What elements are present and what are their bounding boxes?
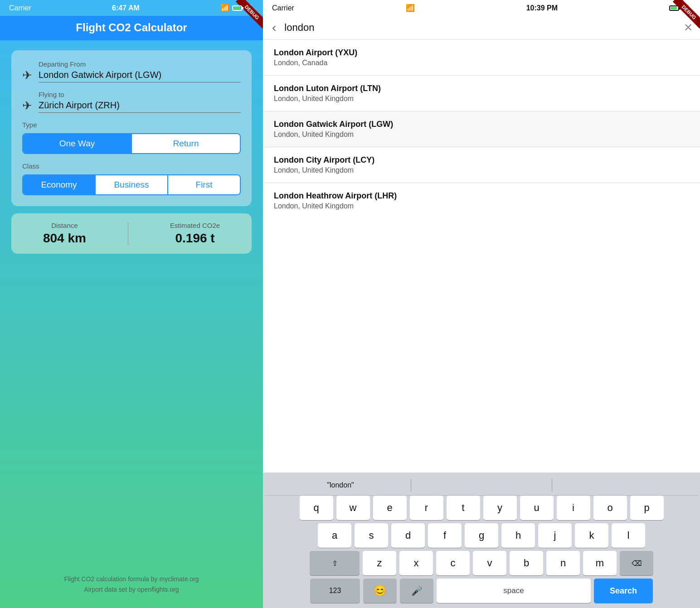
departing-inner: Departing From London Gatwick Airport (L… (39, 60, 241, 82)
key-l[interactable]: l (612, 523, 645, 548)
list-item[interactable]: London Airport (YXU) London, Canada (263, 40, 700, 76)
status-bar-right: Carrier 📶 10:39 PM ⚡ (263, 0, 700, 16)
class-toggle-group: Economy Business First (22, 174, 241, 195)
battery-icon-left (232, 5, 242, 11)
departing-field[interactable]: ✈ Departing From London Gatwick Airport … (22, 60, 241, 82)
co2-label: Estimated CO2e (170, 222, 220, 229)
key-shift[interactable]: ⇧ (310, 551, 360, 575)
key-v[interactable]: v (473, 551, 506, 575)
key-t[interactable]: t (447, 496, 480, 520)
status-icons-left: 📶 ⚡ (220, 4, 254, 12)
autocomplete-item-2[interactable] (411, 483, 552, 487)
type-one-way-button[interactable]: One Way (23, 134, 132, 153)
airport-location: London, United Kingdom (274, 166, 689, 174)
footer-line1: Flight CO2 calculation formula by myclim… (64, 574, 199, 584)
key-p[interactable]: p (630, 496, 664, 520)
flying-to-value[interactable]: Zürich Airport (ZRH) (39, 100, 241, 113)
key-f[interactable]: f (428, 523, 462, 548)
keyboard-row-1: q w e r t y u i o p (265, 496, 698, 520)
key-i[interactable]: i (557, 496, 590, 520)
list-item[interactable]: London Heathrow Airport (LHR) London, Un… (263, 183, 700, 218)
autocomplete-item-1[interactable]: "london" (270, 479, 411, 491)
airport-location: London, United Kingdom (274, 202, 689, 210)
autocomplete-item-3[interactable] (552, 483, 693, 487)
key-h[interactable]: h (501, 523, 535, 548)
time-right: 10:39 PM (526, 4, 558, 12)
list-item[interactable]: London City Airport (LCY) London, United… (263, 147, 700, 183)
keyboard-row-2: a s d f g h j k l (265, 523, 698, 548)
key-r[interactable]: r (410, 496, 443, 520)
key-m[interactable]: m (583, 551, 617, 575)
class-business-button[interactable]: Business (96, 175, 168, 194)
type-return-button[interactable]: Return (132, 134, 240, 153)
key-delete[interactable]: ⌫ (620, 551, 653, 575)
bolt-right: ⚡ (682, 4, 691, 12)
flying-to-label: Flying to (39, 91, 241, 98)
type-toggle-group: One Way Return (22, 133, 241, 154)
key-a[interactable]: a (318, 523, 351, 548)
airport-location: London, Canada (274, 59, 689, 67)
key-z[interactable]: z (363, 551, 396, 575)
back-button[interactable]: ‹ (270, 20, 278, 35)
keyboard-row-3: ⇧ z x c v b n m ⌫ (265, 551, 698, 575)
time-left: 6:47 AM (112, 4, 140, 12)
left-panel: Carrier 6:47 AM 📶 ⚡ Flight CO2 Calculato… (0, 0, 263, 608)
key-x[interactable]: x (399, 551, 433, 575)
airport-location: London, United Kingdom (274, 95, 689, 103)
key-search[interactable]: Search (594, 579, 653, 603)
key-d[interactable]: d (391, 523, 425, 548)
wifi-icon-right: 📶 (406, 4, 415, 12)
key-n[interactable]: n (546, 551, 580, 575)
airport-name: London Gatwick Airport (LGW) (274, 120, 689, 129)
list-item[interactable]: London Gatwick Airport (LGW) London, Uni… (263, 111, 700, 147)
key-w[interactable]: w (336, 496, 370, 520)
distance-value: 804 km (43, 231, 86, 246)
key-mic[interactable]: 🎤 (400, 579, 433, 603)
clear-button[interactable]: ✕ (684, 21, 693, 34)
co2-item: Estimated CO2e 0.196 t (170, 222, 220, 246)
class-economy-button[interactable]: Economy (23, 175, 96, 194)
key-s[interactable]: s (355, 523, 388, 548)
departing-value[interactable]: London Gatwick Airport (LGW) (39, 70, 241, 82)
key-q[interactable]: q (300, 496, 333, 520)
airport-name: London Luton Airport (LTN) (274, 84, 689, 93)
key-g[interactable]: g (465, 523, 498, 548)
class-first-button[interactable]: First (168, 175, 240, 194)
keyboard-area: "london" q w e r t y u i o p a s d f g h (263, 473, 700, 608)
list-item[interactable]: London Luton Airport (LTN) London, Unite… (263, 76, 700, 111)
battery-icons-right: ⚡ (669, 4, 691, 12)
key-k[interactable]: k (575, 523, 608, 548)
class-label: Class (22, 162, 241, 170)
search-bar-area: ‹ ✕ (263, 16, 700, 40)
bolt-icon-left: ⚡ (245, 4, 254, 12)
key-123[interactable]: 123 (310, 579, 360, 603)
airport-list: London Airport (YXU) London, Canada Lond… (263, 40, 700, 473)
autocomplete-bar: "london" (265, 475, 698, 496)
key-b[interactable]: b (510, 551, 543, 575)
footer-line2: Airport data set by openflights.org (64, 584, 199, 594)
distance-label: Distance (43, 222, 86, 229)
airport-name: London Heathrow Airport (LHR) (274, 191, 689, 201)
key-e[interactable]: e (373, 496, 407, 520)
footer-text: Flight CO2 calculation formula by myclim… (64, 574, 199, 594)
key-space[interactable]: space (437, 579, 591, 603)
flying-to-field[interactable]: ✈ Flying to Zürich Airport (ZRH) (22, 91, 241, 113)
airport-location: London, United Kingdom (274, 130, 689, 139)
flying-to-icon: ✈ (22, 99, 32, 113)
result-card: Distance 804 km Estimated CO2e 0.196 t (11, 213, 252, 254)
result-divider (128, 222, 129, 245)
departing-label: Departing From (39, 60, 241, 68)
key-u[interactable]: u (520, 496, 554, 520)
key-emoji[interactable]: 😊 (363, 579, 397, 603)
key-y[interactable]: y (483, 496, 517, 520)
key-j[interactable]: j (538, 523, 572, 548)
key-o[interactable]: o (593, 496, 627, 520)
search-input[interactable] (284, 22, 677, 34)
carrier-right: Carrier (272, 4, 294, 12)
keyboard-row-4: 123 😊 🎤 space Search (265, 579, 698, 603)
co2-value: 0.196 t (170, 231, 220, 246)
right-panel: Carrier 📶 10:39 PM ⚡ ‹ ✕ London Airport … (263, 0, 700, 608)
wifi-icon-left: 📶 (220, 4, 229, 12)
distance-item: Distance 804 km (43, 222, 86, 246)
key-c[interactable]: c (436, 551, 470, 575)
